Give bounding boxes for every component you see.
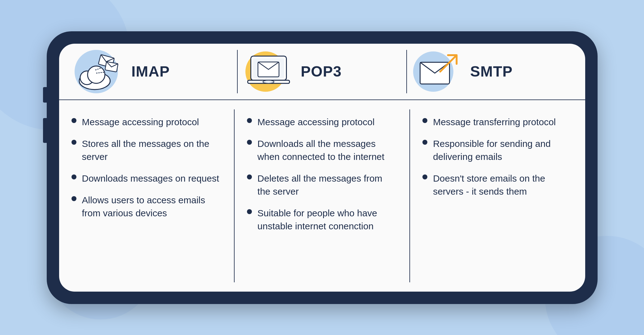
bullet-dot — [247, 118, 252, 123]
bullet-dot — [422, 140, 427, 145]
phone-side-button-1 — [43, 118, 47, 143]
phone-notch — [276, 31, 369, 42]
smtp-point-1: Message transferring protocol — [422, 116, 573, 129]
svg-point-11 — [263, 80, 274, 83]
pop3-bullet-list: Message accessing protocol Downloads all… — [247, 116, 397, 233]
header-cell-smtp: SMTP — [407, 50, 576, 93]
imap-point-4: Allows users to access emails from vario… — [71, 194, 222, 220]
laptop-email-icon — [246, 53, 291, 90]
pop3-point-3: Deletes all the messages from the server — [247, 172, 397, 198]
table-header-row: IMAP — [59, 44, 585, 100]
cloud-email-icon — [76, 53, 123, 90]
bullet-dot — [422, 174, 427, 179]
bullet-dot — [71, 140, 76, 145]
comparison-table: IMAP — [59, 44, 585, 292]
smtp-icon-area — [413, 50, 463, 93]
bullet-dot — [247, 209, 252, 214]
svg-point-2 — [88, 66, 105, 83]
header-cell-pop3: POP3 — [238, 50, 407, 93]
smtp-point-2: Responsible for sending and delivering e… — [422, 137, 573, 163]
content-cell-imap: Message accessing protocol Stores all th… — [59, 109, 235, 282]
header-cell-imap: IMAP — [68, 50, 238, 93]
content-cell-smtp: Message transferring protocol Responsibl… — [410, 109, 585, 282]
imap-point-3: Downloads messages on request — [71, 172, 222, 185]
imap-point-2: Stores all the messages on the server — [71, 137, 222, 163]
bullet-dot — [422, 118, 427, 123]
imap-bullet-list: Message accessing protocol Stores all th… — [71, 116, 222, 220]
imap-title: IMAP — [132, 63, 170, 80]
bullet-dot — [71, 196, 76, 201]
envelope-arrow-icon — [416, 53, 460, 90]
pop3-point-2: Downloads all the messages when connecte… — [247, 137, 397, 163]
content-cell-pop3: Message accessing protocol Downloads all… — [235, 109, 410, 282]
bullet-dot — [71, 118, 76, 123]
imap-icon-area — [75, 50, 124, 93]
smtp-bullet-list: Message transferring protocol Responsibl… — [422, 116, 573, 198]
phone-frame: IMAP — [47, 31, 598, 304]
table-content-row: Message accessing protocol Stores all th… — [59, 100, 585, 292]
bullet-dot — [247, 140, 252, 145]
smtp-title: SMTP — [470, 63, 512, 80]
imap-point-1: Message accessing protocol — [71, 116, 222, 129]
bullet-dot — [71, 174, 76, 179]
pop3-point-4: Suitable for people who have unstable in… — [247, 207, 397, 233]
smtp-point-3: Doesn't store emails on the servers - it… — [422, 172, 573, 198]
pop3-icon-area — [244, 50, 293, 93]
bullet-dot — [247, 174, 252, 179]
phone-side-button-2 — [43, 87, 47, 103]
pop3-point-1: Message accessing protocol — [247, 116, 397, 129]
phone-screen: IMAP — [59, 44, 585, 292]
pop3-title: POP3 — [301, 63, 342, 80]
